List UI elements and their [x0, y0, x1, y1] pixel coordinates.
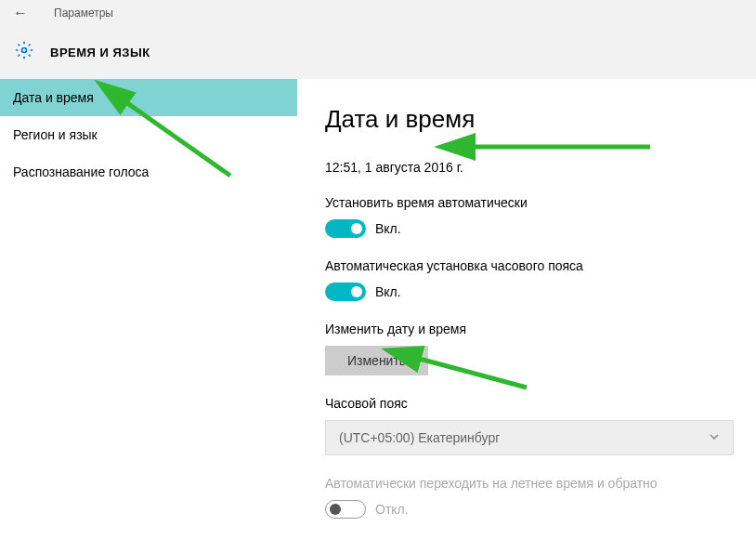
auto-tz-toggle[interactable] [325, 283, 366, 301]
header-banner: ← Параметры ВРЕМЯ И ЯЗЫК [0, 0, 756, 79]
dst-toggle[interactable] [325, 500, 366, 519]
auto-time-label: Установить время автоматически [325, 195, 728, 210]
timezone-value: (UTC+05:00) Екатеринбург [339, 430, 500, 445]
current-datetime: 12:51, 1 августа 2016 г. [325, 160, 728, 175]
sidebar: Дата и время Регион и язык Распознавание… [0, 79, 297, 539]
section-title: ВРЕМЯ И ЯЗЫК [50, 46, 150, 59]
dst-label: Автоматически переходить на летнее время… [325, 476, 728, 491]
change-datetime-label: Изменить дату и время [325, 322, 728, 336]
timezone-label: Часовой пояс [325, 396, 728, 411]
app-title: Параметры [54, 7, 113, 20]
auto-time-state: Вкл. [375, 221, 401, 236]
sidebar-item-speech[interactable]: Распознавание голоса [0, 153, 297, 191]
change-button[interactable]: Изменить [325, 346, 428, 375]
page-title: Дата и время [325, 105, 728, 134]
auto-time-toggle[interactable] [325, 219, 366, 238]
dst-state: Откл. [375, 502, 409, 517]
gear-icon [15, 41, 33, 64]
svg-point-0 [22, 48, 27, 53]
sidebar-item-date-time[interactable]: Дата и время [0, 79, 297, 116]
auto-tz-label: Автоматическая установка часового пояса [325, 258, 728, 273]
main-content: Дата и время 12:51, 1 августа 2016 г. Ус… [297, 79, 756, 539]
back-button[interactable]: ← [13, 5, 28, 21]
auto-tz-state: Вкл. [375, 284, 401, 299]
sidebar-item-region[interactable]: Регион и язык [0, 116, 297, 153]
chevron-down-icon [709, 430, 720, 445]
timezone-dropdown[interactable]: (UTC+05:00) Екатеринбург [325, 420, 734, 455]
